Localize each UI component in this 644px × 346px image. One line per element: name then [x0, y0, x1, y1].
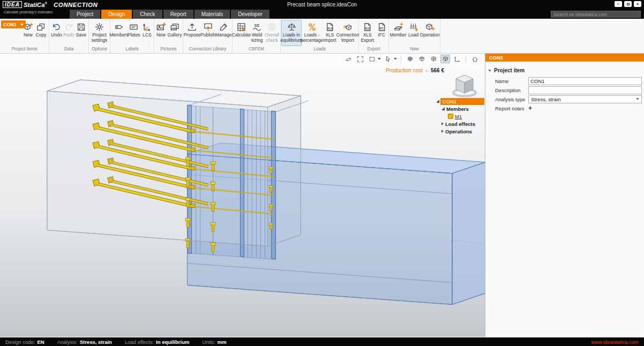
window-controls: − × [615, 1, 641, 7]
calculate-button[interactable]: Calculate [233, 20, 250, 46]
connection-selector[interactable]: CON1 [1, 20, 26, 28]
select-mode-icon[interactable] [383, 55, 393, 63]
transparent-view-icon[interactable] [440, 55, 450, 63]
viewport-3d[interactable]: Production cost - 566 € CON1 [0, 54, 485, 337]
copy-icon [36, 21, 46, 33]
xls-import-button[interactable]: XLS XLS Import [322, 20, 338, 46]
xls-export-button[interactable]: XLS XLS Export [360, 20, 375, 46]
idea-statica-window: IDEA StatiCa® CONNECTION Calculate yeste… [0, 0, 644, 346]
library-manage-button[interactable]: Manage [216, 20, 231, 46]
ribbon-group-label: Export [359, 46, 388, 53]
toolbar-separator [466, 55, 466, 63]
picture-gallery-button[interactable]: Gallery [167, 20, 182, 46]
chevron-down-icon[interactable] [378, 58, 381, 60]
home-view-icon[interactable] [470, 55, 480, 63]
gallery-icon [170, 21, 180, 33]
labels-members-button[interactable]: Members [111, 20, 127, 46]
plates-label-icon [129, 21, 139, 33]
manage-icon [219, 21, 229, 33]
tree-item-con1-label: CON1 [440, 98, 484, 105]
solid-view-icon[interactable] [405, 55, 415, 63]
tab-check[interactable]: Check [133, 10, 162, 19]
chevron-down-icon[interactable] [394, 58, 397, 60]
name-input[interactable] [528, 77, 642, 85]
undo-icon [51, 21, 62, 33]
save-button[interactable]: Save [75, 20, 87, 46]
labels-lcs-button[interactable]: LCS [141, 20, 153, 46]
navigation-cube[interactable] [451, 71, 478, 99]
labels-plates-button[interactable]: Plates [127, 20, 141, 46]
library-propose-button[interactable]: Propose [184, 20, 200, 46]
lcs-axes-icon [142, 21, 152, 33]
search-input[interactable] [551, 11, 641, 18]
library-publish-button[interactable]: Publish [200, 20, 216, 46]
expander-closed-icon[interactable] [441, 130, 444, 133]
checkbox-checked-icon[interactable] [448, 114, 453, 119]
copy-project-item-button[interactable]: Copy [34, 20, 48, 46]
ribbon-group-labels: Members Plates LCS Labels [110, 19, 154, 53]
tree-item-m1[interactable]: M1 [435, 112, 484, 120]
registered-mark: ® [45, 2, 47, 5]
statica-wordmark: StatiCa [24, 2, 45, 8]
fit-view-icon[interactable] [355, 55, 365, 63]
ribbon-group-loads: Loads in equilibrium Loads - percentage … [281, 19, 359, 53]
new-member-button[interactable]: Member [390, 20, 407, 46]
analysis-type-select[interactable]: Stress, strain [528, 95, 642, 103]
maximize-icon[interactable] [624, 1, 632, 7]
ribbon-group-label: Pictures [154, 46, 183, 53]
load-new-icon [408, 21, 418, 33]
connection-import-button[interactable]: Connection Import [338, 20, 358, 46]
app-logo: IDEA StatiCa® CONNECTION [3, 1, 98, 8]
add-report-note-button[interactable]: + [528, 104, 532, 112]
loads-in-equilibrium-button[interactable]: Loads in equilibrium [281, 20, 302, 46]
tab-design[interactable]: Design [101, 10, 132, 19]
website-link[interactable]: www.ideastatica.com [591, 339, 639, 345]
close-icon[interactable]: × [634, 1, 641, 7]
tab-materials[interactable]: Materials [194, 10, 230, 19]
project-settings-button[interactable]: Project settings [89, 20, 109, 46]
connection-selector-label: CON1 [3, 22, 17, 27]
field-description: Description [485, 86, 644, 94]
ribbon-group-label: Options [89, 46, 110, 53]
tree-item-con1[interactable]: CON1 [435, 97, 484, 105]
ifc-export-button[interactable]: IFC IFC [375, 20, 388, 46]
top-view-icon[interactable] [343, 55, 353, 63]
new-load-button[interactable]: Load [407, 20, 421, 46]
expander-open-icon[interactable] [441, 107, 445, 110]
shaded-view-icon[interactable] [417, 55, 426, 63]
tab-report[interactable]: Report [163, 10, 193, 19]
idea-logo-mark: IDEA [3, 1, 22, 8]
ribbon-group-project-items: CON1 New Copy Project items [0, 19, 49, 53]
weld-sizing-button[interactable]: Weld sizing [250, 20, 264, 46]
section-project-item[interactable]: Project item [485, 66, 644, 74]
loads-percentage-button[interactable]: Loads - percentage [302, 20, 322, 46]
tree-item-load-effects[interactable]: Load effects [435, 120, 484, 127]
connection-import-icon [343, 21, 353, 33]
calculate-icon [236, 21, 246, 33]
ribbon-group-label: Labels [110, 46, 154, 53]
overall-check-button[interactable]: Overall check [264, 20, 280, 46]
tab-project[interactable]: Project [70, 10, 100, 19]
expander-closed-icon[interactable] [441, 122, 444, 125]
svg-text:XLS: XLS [365, 27, 370, 30]
minimize-icon[interactable]: − [615, 1, 622, 7]
axes-view-icon[interactable] [452, 55, 462, 63]
new-operation-button[interactable]: Operation [421, 20, 439, 46]
picture-new-button[interactable]: New [155, 20, 167, 46]
undo-button[interactable]: Undo [50, 20, 63, 46]
hidden-line-view-icon[interactable] [429, 55, 438, 63]
propose-icon [187, 21, 197, 33]
production-cost-label: Production cost [386, 67, 423, 73]
tree-item-operations[interactable]: Operations [435, 127, 484, 135]
publish-icon [203, 21, 213, 33]
expander-open-icon[interactable] [436, 100, 439, 103]
tree-item-members[interactable]: Members [435, 105, 484, 112]
description-input[interactable] [528, 86, 642, 94]
scene-3d[interactable] [0, 54, 485, 337]
zoom-window-icon[interactable] [367, 55, 377, 63]
status-bar: Design code:EN Analysis:Stress, strain L… [0, 337, 644, 346]
redo-button[interactable]: Redo [63, 20, 75, 46]
properties-panel: CON1 Project item Name Description Analy… [485, 54, 644, 337]
tab-developer[interactable]: Developer [231, 10, 269, 19]
main-area: Production cost - 566 € CON1 [0, 54, 644, 337]
